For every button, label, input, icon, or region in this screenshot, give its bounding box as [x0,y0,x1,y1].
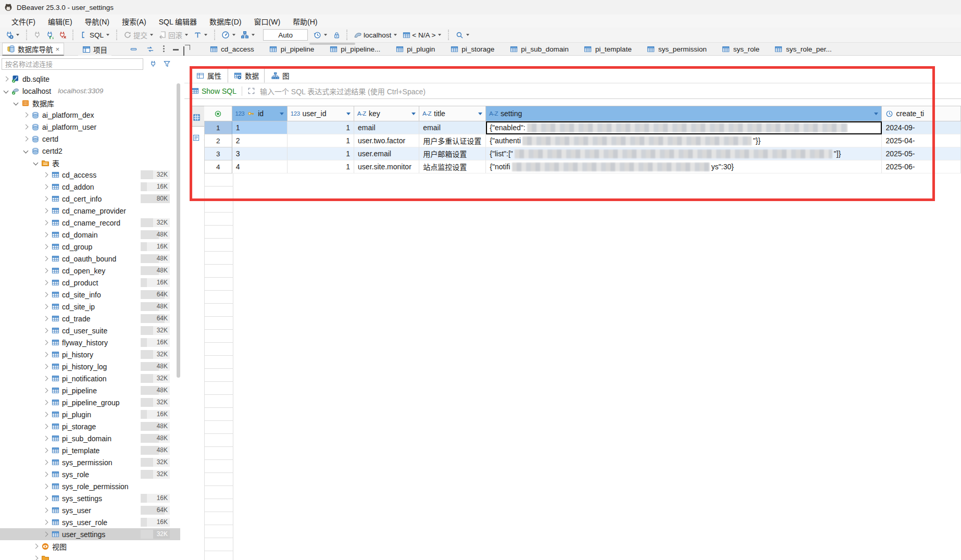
chevron-right-icon[interactable] [43,460,48,465]
cell-key[interactable]: user.two.factor [354,134,419,147]
chevron-right-icon[interactable] [23,125,29,130]
tree-item-user_settings[interactable]: user_settings32K [0,528,180,540]
chevron-right-icon[interactable] [43,232,48,238]
tree-item-cd_access[interactable]: cd_access32K [0,169,180,181]
chevron-right-icon[interactable] [43,400,48,405]
editor-tab-pi_storage[interactable]: pi_storage [444,43,503,56]
column-header-setting[interactable]: A-Zsetting [486,106,882,121]
tree-item-sys_role_permission[interactable]: sys_role_permission [0,480,180,492]
tree-item-表[interactable]: 表 [0,157,180,169]
sort-dropdown-icon[interactable] [346,113,351,115]
chevron-right-icon[interactable] [43,196,48,202]
row-number[interactable]: 1 [204,121,232,134]
database-selector[interactable]: < N/A > [400,29,444,41]
tree-item-pi_sub_domain[interactable]: pi_sub_domain48K [0,432,180,444]
editor-tab-sys_permission[interactable]: sys_permission [641,43,716,56]
chevron-right-icon[interactable] [43,280,48,285]
tree-item-pi_history_log[interactable]: pi_history_log48K [0,360,180,372]
result-tab-2[interactable]: 图 [266,68,295,83]
cell-setting[interactable]: {"list":[""]} [486,147,882,160]
cell-create-time[interactable]: 2024-09- [882,121,961,134]
tree-item-partial[interactable] [0,552,180,560]
chevron-right-icon[interactable] [23,113,29,118]
tree-item-pi_history[interactable]: pi_history32K [0,349,180,360]
result-tab-1[interactable]: 数据 [228,68,265,83]
history-button[interactable] [311,29,330,41]
tree-item-cd_trade[interactable]: cd_trade64K [0,313,180,325]
chevron-right-icon[interactable] [43,316,48,321]
tree-item-ai_platform_dex[interactable]: ai_platform_dex [0,109,180,121]
chevron-right-icon[interactable] [33,544,39,549]
chevron-right-icon[interactable] [43,328,48,333]
cell-key[interactable]: user.email [354,147,419,160]
reconnect-button[interactable] [44,29,56,41]
chevron-right-icon[interactable] [43,436,48,441]
cell-user-id[interactable]: 1 [288,134,354,147]
maximize-icon[interactable] [183,46,184,56]
new-connection-button[interactable] [3,29,22,41]
tree-item-sys_settings[interactable]: sys_settings16K [0,492,180,504]
cell-key[interactable]: email [354,121,419,134]
cell-key[interactable]: user.site.monitor [354,160,419,173]
chevron-right-icon[interactable] [43,172,48,178]
cell-user-id[interactable]: 1 [288,147,354,160]
menu-item-2[interactable]: 导航(N) [79,15,116,28]
sort-dropdown-icon[interactable] [411,113,416,115]
cell-create-time[interactable]: 2025-04- [882,134,961,147]
cell-id[interactable]: 3 [232,147,288,160]
menu-item-1[interactable]: 编辑(E) [42,15,79,28]
tree-item-ai_platform_user[interactable]: ai_platform_user [0,121,180,133]
menu-item-6[interactable]: 窗口(W) [248,15,287,28]
filter-settings-icon[interactable] [163,59,171,68]
tree-item-certd[interactable]: certd [0,133,180,145]
rollback-button[interactable]: 回滚 [156,28,191,42]
tree-item-cd_cert_info[interactable]: cd_cert_info80K [0,193,180,205]
connection-selector[interactable]: localhost [352,29,400,41]
chevron-down-icon[interactable] [4,89,9,94]
editor-tab-sys_role_per[interactable]: sys_role_per... [768,43,841,56]
tree-item-视图[interactable]: 视图 [0,540,180,552]
chevron-right-icon[interactable] [43,244,48,250]
cell-title[interactable]: 用户邮箱设置 [419,147,486,160]
sort-dropdown-icon[interactable] [280,113,284,115]
connection-state-filter-icon[interactable] [149,59,157,68]
tree-item-cd_product[interactable]: cd_product16K [0,277,180,289]
cell-title[interactable]: 用户多重认证设置 [419,134,486,147]
cell-user-id[interactable]: 1 [288,160,354,173]
sort-dropdown-icon[interactable] [478,113,482,115]
show-sql-button[interactable]: Show SQL [191,87,236,95]
cell-title[interactable]: 站点监控设置 [419,160,486,173]
search-button[interactable] [453,29,472,41]
menu-item-0[interactable]: 文件(F) [5,15,42,28]
cell-create-time[interactable]: 2025-06- [882,160,961,173]
commit-button[interactable]: 提交 [121,28,156,42]
tree-item-pi_pipeline_group[interactable]: pi_pipeline_group32K [0,396,180,408]
tree-item-cd_group[interactable]: cd_group16K [0,241,180,253]
disconnect-button[interactable] [56,29,69,41]
row-number[interactable]: 3 [204,147,232,160]
menu-item-4[interactable]: SQL 编辑器 [153,15,203,28]
chevron-right-icon[interactable] [43,472,48,477]
editor-tab-pi_pipeline[interactable]: pi_pipeline [263,43,323,56]
chevron-down-icon[interactable] [14,101,19,106]
chevron-right-icon[interactable] [43,508,48,513]
sort-dropdown-icon[interactable] [874,113,878,115]
transaction-mode-button[interactable] [191,29,210,41]
chevron-right-icon[interactable] [43,496,48,501]
minimize-icon[interactable] [173,49,179,51]
chevron-right-icon[interactable] [43,208,48,214]
tree-item-sys_role[interactable]: sys_role32K [0,468,180,480]
cell-id[interactable]: 2 [232,134,288,147]
chevron-right-icon[interactable] [43,256,48,262]
dashboard-button[interactable] [219,29,239,41]
chevron-right-icon[interactable] [43,424,48,429]
editor-tab-cd_access[interactable]: cd_access [203,43,263,56]
chevron-right-icon[interactable] [43,292,48,297]
menu-item-7[interactable]: 帮助(H) [286,15,323,28]
commit-mode-combo[interactable]: Auto [263,29,308,41]
chevron-right-icon[interactable] [43,352,48,357]
tree-item-db.sqlite[interactable]: db.sqlite [0,73,180,85]
row-number[interactable]: 4 [204,160,232,173]
chevron-right-icon[interactable] [43,388,48,393]
cell-id[interactable]: 4 [232,160,288,173]
